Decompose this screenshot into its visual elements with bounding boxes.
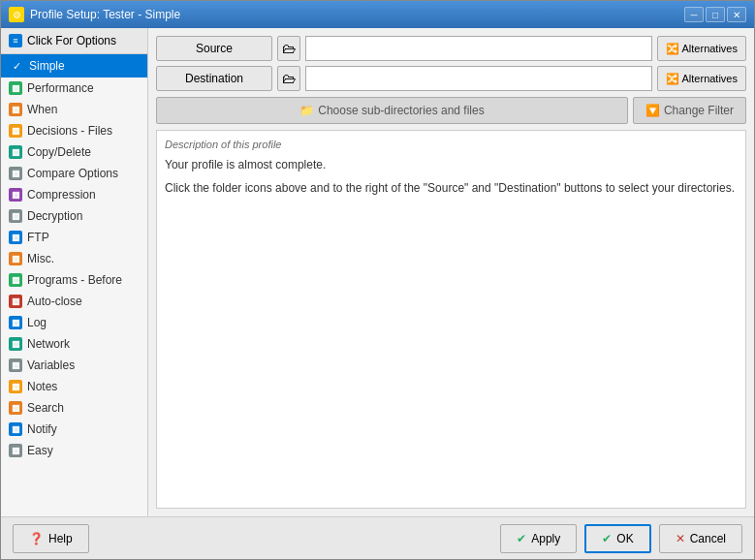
description-box: Description of this profile Your profile… [156,130,746,509]
sidebar-item-label: Notify [27,422,57,436]
sidebar: ≡ Click For Options ✓ Simple ▦ Performan… [1,28,148,516]
sidebar-item-label: Misc. [27,252,54,265]
sidebar-item-easy[interactable]: ▦ Easy [1,440,147,461]
notify-icon: ▦ [9,422,22,436]
notes-icon: ▦ [9,380,22,393]
title-bar-left: ⚙ Profile Setup: Tester - Simple [9,7,180,22]
title-controls: ─ □ ✕ [684,7,746,22]
sidebar-item-label: FTP [27,231,49,244]
sidebar-item-notes[interactable]: ▦ Notes [1,376,147,397]
sidebar-item-ftp[interactable]: ▦ FTP [1,227,147,248]
sidebar-item-label: Network [27,337,70,351]
ok-button[interactable]: ✔ OK [584,524,650,553]
destination-alternatives-button[interactable]: 🔀 Alternatives [657,66,746,91]
sidebar-item-performance[interactable]: ▦ Performance [1,78,147,99]
options-icon: ≡ [9,34,22,47]
window-title: Profile Setup: Tester - Simple [30,8,180,21]
sidebar-item-label: Performance [27,81,94,95]
description-line2: Click the folder icons above and to the … [165,179,738,197]
simple-icon: ✓ [9,58,24,74]
main-panel: Source 🗁 🔀 Alternatives Destination 🗁 🔀 [148,28,754,516]
sidebar-item-label: Search [27,401,64,415]
apply-icon: ✔ [517,532,526,545]
programs-before-icon: ▦ [9,273,22,287]
sidebar-item-when[interactable]: ▦ When [1,99,147,120]
source-destination-group: Source 🗁 🔀 Alternatives Destination 🗁 🔀 [156,36,746,91]
cancel-button[interactable]: ✕ Cancel [659,524,742,553]
sidebar-item-simple[interactable]: ✓ Simple [1,54,147,78]
sidebar-item-label: Notes [27,380,57,393]
sidebar-item-label: Compare Options [27,167,118,180]
sidebar-item-label: Auto-close [27,295,82,308]
source-folder-button[interactable]: 🗁 [277,36,300,61]
close-button[interactable]: ✕ [727,7,746,22]
title-bar: ⚙ Profile Setup: Tester - Simple ─ □ ✕ [1,1,754,28]
when-icon: ▦ [9,103,22,116]
ftp-icon: ▦ [9,231,22,244]
sidebar-item-label: Decisions - Files [27,124,112,138]
sidebar-item-decisions-files[interactable]: ▦ Decisions - Files [1,120,147,141]
destination-input[interactable] [305,66,652,91]
description-line1: Your profile is almost complete. [165,156,738,173]
source-alternatives-button[interactable]: 🔀 Alternatives [657,36,746,61]
choose-subdirs-button[interactable]: 📁 Choose sub-directories and files [156,97,628,124]
sidebar-item-misc[interactable]: ▦ Misc. [1,248,147,269]
source-input[interactable] [305,36,652,61]
sidebar-item-label: Easy [27,444,53,457]
filter-icon: 🔽 [645,104,660,117]
copy-delete-icon: ▦ [9,145,22,159]
sidebar-item-copy-delete[interactable]: ▦ Copy/Delete [1,141,147,163]
decryption-icon: ▦ [9,209,22,223]
sidebar-item-compare-options[interactable]: ▦ Compare Options [1,163,147,184]
sidebar-item-network[interactable]: ▦ Network [1,333,147,355]
misc-icon: ▦ [9,252,22,265]
change-filter-button[interactable]: 🔽 Change Filter [633,97,746,124]
ok-icon: ✔ [602,532,612,545]
sidebar-item-variables[interactable]: ▦ Variables [1,355,147,376]
destination-button[interactable]: Destination [156,66,272,91]
compare-options-icon: ▦ [9,167,22,180]
sidebar-item-label: When [27,103,57,116]
sidebar-item-label: Variables [27,358,75,372]
sidebar-item-log[interactable]: ▦ Log [1,312,147,333]
log-icon: ▦ [9,316,22,329]
sidebar-item-label: Compression [27,188,96,202]
footer: ❓ Help ✔ Apply ✔ OK ✕ Cancel [1,516,754,559]
maximize-button[interactable]: □ [706,7,725,22]
auto-close-icon: ▦ [9,295,22,308]
alternatives-icon: 🔀 [666,43,679,55]
sidebar-item-label: Log [27,316,47,329]
destination-folder-button[interactable]: 🗁 [277,66,300,91]
sidebar-item-label: Programs - Before [27,273,122,287]
performance-icon: ▦ [9,81,22,95]
sidebar-item-label: Simple [29,59,65,73]
help-button[interactable]: ❓ Help [13,524,89,553]
main-window: ⚙ Profile Setup: Tester - Simple ─ □ ✕ ≡… [0,0,755,560]
content-area: ≡ Click For Options ✓ Simple ▦ Performan… [1,28,754,516]
sidebar-item-auto-close[interactable]: ▦ Auto-close [1,291,147,312]
easy-icon: ▦ [9,444,22,457]
sidebar-item-search[interactable]: ▦ Search [1,397,147,419]
folder-icon: 📁 [299,104,314,117]
variables-icon: ▦ [9,358,22,372]
minimize-button[interactable]: ─ [684,7,704,22]
decisions-files-icon: ▦ [9,124,22,138]
sidebar-item-compression[interactable]: ▦ Compression [1,184,147,205]
source-row: Source 🗁 🔀 Alternatives [156,36,746,61]
window-icon: ⚙ [9,7,24,22]
sidebar-header[interactable]: ≡ Click For Options [1,28,147,54]
apply-button[interactable]: ✔ Apply [500,524,577,553]
compression-icon: ▦ [9,188,22,202]
description-title: Description of this profile [165,139,738,150]
sidebar-header-label: Click For Options [27,34,116,47]
action-row: 📁 Choose sub-directories and files 🔽 Cha… [156,97,746,124]
source-button[interactable]: Source [156,36,272,61]
destination-row: Destination 🗁 🔀 Alternatives [156,66,746,91]
network-icon: ▦ [9,337,22,351]
alternatives-icon: 🔀 [666,73,679,85]
sidebar-item-label: Copy/Delete [27,145,91,159]
sidebar-item-decryption[interactable]: ▦ Decryption [1,205,147,227]
search-icon: ▦ [9,401,22,415]
sidebar-item-notify[interactable]: ▦ Notify [1,419,147,440]
sidebar-item-programs-before[interactable]: ▦ Programs - Before [1,269,147,291]
